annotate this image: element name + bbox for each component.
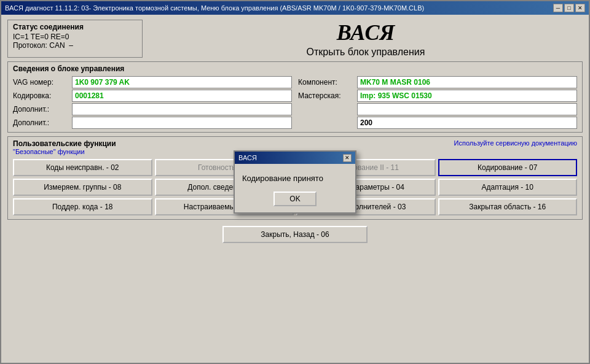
modal-dialog: ВАСЯ ✕ Кодирование принято OK bbox=[234, 150, 356, 214]
modal-title: ВАСЯ bbox=[238, 154, 257, 161]
modal-message: Кодирование принято bbox=[242, 174, 348, 183]
modal-close-button[interactable]: ✕ bbox=[343, 154, 352, 162]
modal-ok-button[interactable]: OK bbox=[273, 192, 316, 206]
modal-overlay: ВАСЯ ✕ Кодирование принято OK bbox=[0, 0, 590, 364]
modal-body: Кодирование принято OK bbox=[235, 164, 355, 212]
modal-title-bar: ВАСЯ ✕ bbox=[235, 152, 355, 164]
